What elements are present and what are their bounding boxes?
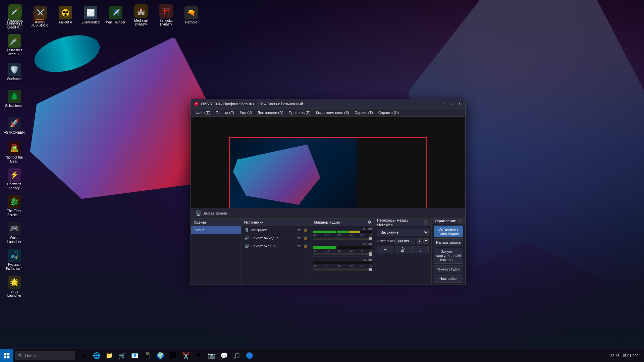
desktop-icon-warframe[interactable]: 🛡️ Warframe [2,59,27,85]
desktop-icon-russian-fishing[interactable]: 🎣 Русская Рыбалка 4 [2,246,27,273]
obs-source-mic-visibility[interactable]: 👁 [297,228,301,232]
desktop-icon-label: Subsistence [5,104,23,108]
taskbar-start-button[interactable] [0,349,13,362]
audio-level-empty-1 [361,231,372,233]
desktop-icon-night-of-dead[interactable]: 🧟 Night of the Dead [2,139,27,166]
app-icon-fallout4[interactable]: ☢️ Fallout 4 [54,2,77,28]
obs-menu-profile[interactable]: Профиль (P) [286,109,313,117]
obs-start-record-button[interactable]: Начать запись [434,238,463,246]
app-icon-kenshi[interactable]: ⚔️ Kenshi [29,2,52,28]
taskbar-icon-store[interactable]: 🛒 [116,350,128,362]
obs-titlebar[interactable]: ● OBS 31.0.0 - Профиль: Безымянный – Сце… [191,99,465,109]
obs-source-mic-lock[interactable]: 🔒 [303,228,308,232]
taskbar-icon-edge[interactable]: 🌐 [91,350,103,362]
audio-fader-knob-1[interactable] [369,237,372,240]
svg-rect-2 [4,356,7,358]
obs-menu-view[interactable]: Вид (V) [237,109,255,117]
obs-maximize-button[interactable]: □ [449,101,455,107]
obs-virtual-cam-settings-icon[interactable]: ⚙ [458,254,461,258]
taskbar-icon-files[interactable]: 📁 [103,350,115,362]
app-icon-sengoku[interactable]: ⛩️ Sengoku Dynasty [154,2,178,28]
obs-virtual-cam-button[interactable]: Запуск виртуальной камеры ⚙ [434,248,463,264]
app-icon-assassins-creed[interactable]: 🗡️ Assassin's Creed O... [3,2,27,28]
obs-audio-settings-icon[interactable]: ⚙ [368,220,371,225]
obs-close-button[interactable]: ✕ [457,101,463,107]
obs-stop-stream-button[interactable]: Остановить трансляцию [434,226,463,237]
desktop-icon-label: Wosb Launcher [3,236,25,244]
obs-menu-dockpanels[interactable]: Док-панели (D) [255,109,286,117]
obs-studio-mode-button[interactable]: Режим студии [434,265,463,273]
obs-source-output-visibility[interactable]: 👁 [297,236,301,240]
obs-controls-content: Остановить трансляцию Начать запись Запу… [432,224,465,285]
taskbar-icon-app5[interactable]: 🔵 [244,350,256,362]
taskbar-search-box[interactable]: 🔍 Поиск [15,351,75,360]
app-label: Sengoku Dynasty [156,19,176,26]
obs-menu-edit[interactable]: Правка (E) [213,109,237,117]
obs-menu-scenes[interactable]: Коллекция сцен (S) [313,109,352,117]
obs-controls-expand-button[interactable]: ⬛ [458,219,463,223]
obs-window-controls: ─ □ ✕ [442,101,463,107]
desktop-icon-astroneer[interactable]: 🚀 ASTRONEER [2,112,27,139]
obs-transition-menu-button[interactable]: ⋮ [412,246,429,253]
obs-transition-duration-up[interactable]: ▲ [417,238,422,244]
obs-transition-type-select[interactable]: Затухание [377,229,429,236]
audio-fader-knob-2[interactable] [369,252,372,256]
taskbar-icon-obs-taskbar[interactable]: ⏺ [193,350,205,362]
obs-source-screen-visibility[interactable]: 👁 [297,244,301,248]
audio-fader-knob-3[interactable] [369,268,372,271]
obs-menu-service[interactable]: Сервис (T) [352,109,376,117]
obs-audio-panel: Микшер аудио ⚙ 0.0 dB -80-25-15-10-50 [311,219,374,285]
app-icon-enshrouded[interactable]: 🌫️ Enshrouded [79,2,102,28]
taskbar-date: 15.01.2024 [622,354,641,358]
obs-minimize-button[interactable]: ─ [442,101,448,107]
desktop-icon-wosb[interactable]: 🎮 Wosb Launcher [2,220,27,246]
obs-audio-level-3 [313,261,372,264]
taskbar-icon-browser[interactable]: 🌍 [154,350,166,362]
app-icon-foxhole[interactable]: 🔫 Foxhole [179,2,203,28]
app-icon-medieval-dynasty[interactable]: 🏰 Medieval Dynasty [129,2,153,28]
audio-fader-3[interactable] [313,268,372,270]
obs-transitions-label: Переходы между сценами [377,219,422,226]
obs-toolbar-capture[interactable]: 🖥️ Захват экрана [194,209,229,217]
audio-scale-1: -80-25-15-10-50 [313,234,372,237]
taskbar-icon-app3[interactable]: 💬 [218,350,230,362]
obs-source-audio-output[interactable]: 🔊 Захват выходно... 👁 🔒 [241,234,311,242]
desktop-icon-subsistence[interactable]: 🌲 Subsistence [2,85,27,112]
taskbar-icon-task-view[interactable]: ⊞ [78,350,90,362]
obs-transition-add-button[interactable]: + [377,246,393,253]
desktop-icon-img: 🌲 [8,90,21,103]
audio-level-empty-8 [348,261,360,264]
top-app-row: 🗡️ Assassin's Creed O... ⚔️ Kenshi ☢️ Fa… [0,0,644,30]
audio-fader-1[interactable] [313,238,372,240]
obs-menu-file[interactable]: Файл (F) [193,109,213,117]
taskbar-icon-mail[interactable]: 📧 [129,350,141,362]
audio-level-empty-4 [361,246,372,249]
taskbar-icon-app4[interactable]: 🎵 [231,350,243,362]
app-icon-war-thunder[interactable]: ✈️ War Thunder [104,2,127,28]
obs-transition-duration-input[interactable] [395,238,415,244]
obs-source-screen-lock[interactable]: 🔒 [303,244,308,248]
taskbar-icon-snipping[interactable]: ✂️ [180,350,192,362]
audio-level-green-2 [325,231,336,233]
obs-audio-header: Микшер аудио ⚙ [311,219,374,226]
desktop-icon-hogwarts[interactable]: ⚡ Hogwarts Legacy [2,166,27,193]
obs-menu-help[interactable]: Справка (H) [376,109,401,117]
svg-rect-0 [4,353,7,355]
desktop-icon-img: 🎮 [8,222,21,235]
taskbar-icon-app2[interactable]: 📷 [205,350,217,362]
desktop-icon-sirus[interactable]: 🌟 Sirus Launcher [2,273,27,300]
taskbar-icon-phone[interactable]: 📱 [142,350,154,362]
obs-source-output-lock[interactable]: 🔒 [303,236,308,240]
desktop-icon-elder-scrolls[interactable]: 🐉 The Elder Scrolls ... [2,193,27,220]
obs-transition-delete-button[interactable]: 🗑 [395,246,411,253]
obs-scene-item-scene[interactable]: Сцена [191,226,241,234]
obs-settings-button[interactable]: Настройки [434,275,463,283]
taskbar-icon-opera[interactable]: 🅾 [167,350,179,362]
obs-transitions-expand-button[interactable]: ⬛ [424,220,429,225]
obs-source-mic[interactable]: 🎙️ Микр/доп 👁 🔒 [241,226,311,234]
desktop-icon-assassins-creed-o[interactable]: 🗡️ Assassin's Creed O... [2,32,27,59]
obs-sources-panel: Источники 🎙️ Микр/доп 👁 🔒 🔊 Захват выход… [241,219,311,285]
obs-transition-duration-down[interactable]: ▼ [423,238,429,244]
audio-fader-2[interactable] [313,253,372,255]
obs-source-screen-capture[interactable]: 🖥️ Захват экрана 👁 🔒 [241,242,311,250]
